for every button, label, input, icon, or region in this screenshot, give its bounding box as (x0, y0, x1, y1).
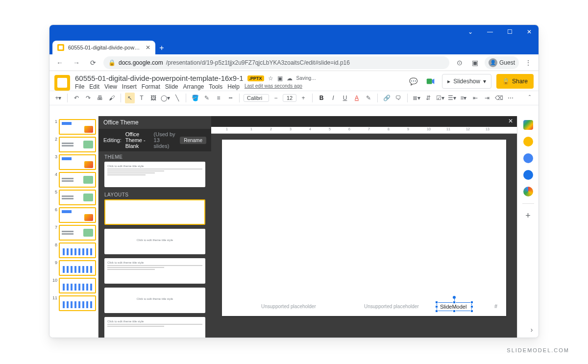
star-icon[interactable]: ☆ (268, 75, 273, 82)
underline-button[interactable]: U (340, 93, 350, 103)
menu-slide[interactable]: Slide (165, 83, 178, 90)
menu-edit[interactable]: Edit (89, 83, 99, 90)
kebab-menu-icon[interactable]: ⋮ (522, 56, 535, 69)
text-color-button[interactable]: A (352, 93, 362, 103)
resize-handle[interactable] (435, 305, 438, 308)
slides-logo-icon[interactable] (54, 75, 70, 91)
menu-help[interactable]: Help (227, 83, 240, 90)
align-button[interactable]: ≣▾ (412, 93, 421, 103)
maps-icon[interactable] (523, 187, 533, 196)
menu-tools[interactable]: Tools (209, 83, 222, 90)
extensions-icon[interactable]: ▣ (469, 56, 482, 69)
comments-icon[interactable]: 💬 (407, 75, 419, 88)
back-icon[interactable]: ← (53, 56, 66, 69)
slide-thumb[interactable] (59, 137, 96, 152)
layout-thumb[interactable]: Click to edit theme title style (104, 317, 205, 338)
textbox-tool[interactable]: T (137, 93, 147, 103)
redo-button[interactable]: ↷ (83, 93, 93, 103)
select-tool[interactable]: ↖ (125, 93, 135, 103)
slideshow-button[interactable]: ▸ Slideshow ▾ (442, 74, 491, 89)
border-weight[interactable]: ≡ (214, 93, 223, 103)
slide-thumb[interactable] (59, 278, 96, 293)
slide-canvas[interactable]: Unsupported placeholder Unsupported plac… (222, 140, 506, 316)
highlight-button[interactable]: ✎ (364, 93, 373, 103)
border-color[interactable]: ✎ (202, 93, 212, 103)
shape-tool[interactable]: ◯▾ (160, 93, 170, 103)
bulleted-list-button[interactable]: ☰▾ (447, 93, 457, 103)
profile-chip[interactable]: 👤 Guest (485, 56, 519, 69)
italic-button[interactable]: I (328, 93, 338, 103)
caret-down-icon[interactable]: ⌄ (465, 28, 476, 35)
close-window-icon[interactable]: ✕ (524, 28, 535, 35)
close-theme-editor-icon[interactable]: ✕ (508, 118, 513, 124)
slide-thumb[interactable] (59, 225, 96, 241)
layout-thumb-blank[interactable] (104, 199, 205, 225)
selected-textbox[interactable]: SlideModel (437, 302, 472, 311)
bold-button[interactable]: B (317, 93, 326, 103)
doc-title[interactable]: 60555-01-digital-divide-powerpoint-templ… (75, 74, 244, 82)
rotate-handle-icon[interactable] (453, 296, 456, 299)
collapse-sidepanel-icon[interactable]: › (527, 325, 537, 335)
tasks-icon[interactable] (523, 153, 533, 163)
indent-inc-button[interactable]: ⇥ (482, 93, 492, 103)
slide-thumb[interactable] (59, 154, 96, 170)
resize-handle[interactable] (435, 310, 438, 313)
forward-icon[interactable]: → (70, 56, 83, 69)
fill-color[interactable]: 🪣 (190, 93, 200, 103)
resize-handle[interactable] (435, 301, 438, 304)
contacts-icon[interactable] (523, 170, 533, 180)
font-size-dec[interactable]: − (271, 93, 281, 103)
slide-thumb[interactable] (59, 260, 96, 276)
hide-menus-button[interactable]: ˆ (525, 93, 535, 103)
share-button[interactable]: 🔒 Share (496, 74, 534, 89)
add-addon-icon[interactable]: + (523, 211, 533, 220)
last-edit-link[interactable]: Last edit was seconds ago (245, 83, 302, 90)
line-tool[interactable]: ╲ (172, 93, 182, 103)
menu-arrange[interactable]: Arrange (183, 83, 204, 90)
resize-handle[interactable] (453, 310, 456, 313)
menu-format[interactable]: Format (142, 83, 160, 90)
menu-insert[interactable]: Insert (122, 83, 137, 90)
menu-file[interactable]: File (75, 83, 84, 90)
font-family-select[interactable]: Calibri (244, 94, 269, 102)
new-slide-button[interactable]: +▾ (53, 93, 63, 103)
browser-tab[interactable]: 60555-01-digital-divide-powerpo ✕ (52, 41, 155, 54)
slide-thumb[interactable] (59, 295, 96, 311)
add-comment-button[interactable]: 🗨 (393, 93, 403, 103)
move-icon[interactable]: ▣ (277, 75, 283, 82)
url-field[interactable]: 🔒 docs.google.com/presentation/d/19-p5z1… (103, 56, 449, 69)
slide-thumb[interactable] (59, 243, 96, 258)
minimize-icon[interactable]: — (485, 28, 495, 35)
image-tool[interactable]: 🖼 (148, 93, 158, 103)
more-button[interactable]: ⋯ (506, 93, 515, 103)
layout-thumb[interactable]: Click to edit theme title style (104, 229, 205, 254)
slide-thumb[interactable] (59, 190, 96, 205)
tab-close-icon[interactable]: ✕ (146, 44, 150, 51)
paint-format-button[interactable]: 🖌 (107, 93, 117, 103)
menu-view[interactable]: View (104, 83, 117, 90)
slide-thumb[interactable] (59, 207, 96, 223)
line-spacing-button[interactable]: ⇵ (423, 93, 433, 103)
theme-master-thumb[interactable]: Click to edit theme title style (104, 162, 205, 187)
new-tab-button[interactable]: + (155, 42, 168, 54)
font-size-input[interactable]: 12 (283, 94, 296, 102)
calendar-icon[interactable] (523, 120, 533, 130)
meet-icon[interactable] (424, 75, 437, 88)
clear-format-button[interactable]: ⌫ (494, 93, 504, 103)
rename-button[interactable]: Rename (180, 137, 206, 144)
border-dash[interactable]: ┅ (225, 93, 235, 103)
layout-thumb[interactable]: Click to edit theme title style (104, 258, 205, 284)
resize-handle[interactable] (470, 310, 473, 313)
maximize-icon[interactable]: ☐ (504, 28, 515, 35)
slide-thumb[interactable] (59, 172, 96, 188)
numbered-list-button[interactable]: ≡▾ (459, 93, 468, 103)
insert-link-button[interactable]: 🔗 (382, 93, 392, 103)
checklist-button[interactable]: ☑▾ (435, 93, 445, 103)
undo-button[interactable]: ↶ (72, 93, 81, 103)
layout-thumb[interactable]: Click to edit theme title style (104, 288, 205, 313)
cloud-icon[interactable]: ☁ (287, 75, 293, 82)
search-icon[interactable]: ⊙ (453, 56, 466, 69)
keep-icon[interactable] (523, 137, 533, 146)
slide-thumb[interactable] (59, 119, 96, 135)
filmstrip[interactable]: 1 2 3 4 5 6 7 8 9 10 11 (49, 116, 98, 338)
